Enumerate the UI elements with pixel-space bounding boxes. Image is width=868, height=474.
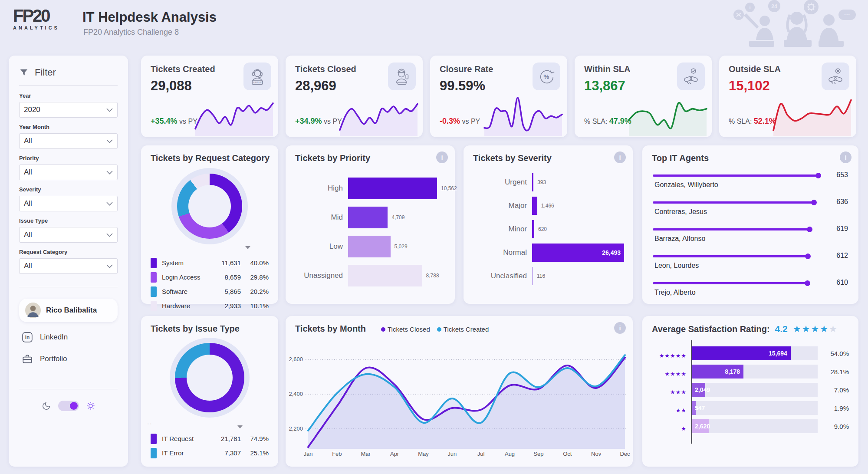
kpi-title: Tickets Created: [151, 64, 215, 74]
linkedin-icon: in: [22, 332, 33, 343]
bar-value: 393: [533, 179, 546, 185]
agent-row[interactable]: 612Leon, Lourdes: [653, 251, 848, 278]
panel-issue-type: Tickets by Issue Type ·· IT Request21,78…: [141, 316, 278, 467]
filter-label: Request Category: [19, 249, 118, 255]
tickets-by-month-chart[interactable]: 2,6002,4002,200JanFebMarAprMayJunJulAugS…: [286, 316, 633, 467]
drill-down-icon[interactable]: [245, 246, 250, 249]
info-icon[interactable]: i: [840, 151, 852, 163]
rating-bar-row[interactable]: 2,6209.0%: [692, 419, 849, 433]
legend-value: 8,659: [209, 273, 241, 281]
panel-title: Top IT Agents: [652, 153, 709, 163]
svg-text:%: %: [544, 73, 549, 80]
bar[interactable]: [348, 178, 437, 199]
request-category-donut[interactable]: [171, 168, 248, 244]
bar[interactable]: [348, 265, 422, 286]
author-profile[interactable]: Rico Balibalita: [19, 299, 118, 322]
drill-down-icon[interactable]: [237, 425, 243, 428]
agent-bar: [653, 174, 819, 177]
legend-row[interactable]: IT Error7,30725.1%: [151, 446, 269, 460]
star-row-label: ★★★★: [652, 365, 691, 383]
legend-swatch: [151, 272, 157, 283]
delta-value: -0.3%: [440, 117, 460, 125]
bar[interactable]: 26,493: [532, 244, 624, 262]
rating-bar-row[interactable]: 2,0497.0%: [692, 383, 849, 397]
delta-value: +34.9%: [295, 117, 322, 125]
filter-dropdown-request-category[interactable]: All: [19, 258, 118, 274]
rating-bar-row[interactable]: 5471.9%: [692, 401, 849, 415]
bar-value: 26,493: [602, 249, 624, 256]
kpi-within-sla: Within SLA 13,867 % SLA: 47.9%: [575, 56, 712, 137]
info-icon[interactable]: i: [614, 151, 626, 163]
kpi-closure-rate: Closure Rate 99.59% % -0.3% vs PY: [430, 56, 567, 137]
filter-group-request-category: Request CategoryAll: [19, 249, 118, 274]
info-icon[interactable]: i: [436, 151, 448, 163]
bar-row: High10,562: [294, 178, 446, 199]
kpi-title: Tickets Closed: [295, 64, 356, 74]
rating-pct: 9.0%: [823, 423, 849, 430]
bar[interactable]: [348, 236, 391, 257]
kpi-icon-box: [388, 63, 416, 90]
svg-text:Jan: Jan: [304, 451, 313, 457]
kpi-value: 15,102: [729, 78, 770, 94]
legend-row[interactable]: Software5,86520.2%: [151, 284, 269, 299]
delta-note: % SLA:: [584, 118, 607, 125]
svg-text:Jul: Jul: [477, 451, 485, 457]
kpi-value: 13,867: [584, 78, 625, 94]
filter-dropdown-severity[interactable]: All: [19, 196, 118, 211]
svg-text:Sep: Sep: [533, 451, 543, 457]
bar-row: Low5,029: [294, 236, 446, 257]
legend-pct: 25.1%: [241, 449, 269, 457]
agent-lollipops: 653Gonzales, Willyberto636Contreras, Jes…: [653, 171, 848, 305]
agent-bar: [653, 201, 814, 204]
legend-label: Login Access: [162, 273, 209, 281]
rating-bar-value: 2,620: [695, 419, 713, 433]
agent-row[interactable]: 653Gonzales, Willyberto: [653, 171, 848, 198]
theme-toggle[interactable]: [58, 401, 79, 411]
svg-text:2,600: 2,600: [289, 356, 303, 362]
filter-dropdown-issue-type[interactable]: All: [19, 227, 118, 243]
briefcase-icon: [22, 353, 33, 365]
kpi-value: 28,969: [295, 78, 336, 94]
linkedin-link[interactable]: in LinkedIn: [19, 326, 118, 348]
bar[interactable]: [532, 197, 537, 215]
legend-label: System: [162, 259, 209, 267]
divider: [19, 85, 118, 86]
legend-row[interactable]: IT Request21,78174.9%: [151, 431, 269, 446]
filter-dropdown-priority[interactable]: All: [19, 165, 118, 180]
star-labels: ★★★★★★★★★★★★★★★: [652, 346, 691, 444]
panel-request-category: Tickets by Request Category System11,631…: [141, 145, 278, 304]
svg-text:in: in: [25, 334, 30, 340]
funnel-icon: [19, 68, 29, 77]
logo-subtext: ANALYTICS: [13, 25, 59, 30]
bar[interactable]: [348, 207, 388, 228]
kpi-value: 29,088: [151, 78, 192, 94]
page-title: IT Helpdesk Analysis: [82, 10, 217, 25]
avatar: [25, 303, 41, 318]
kpi-outside-sla: Outside SLA 15,102 % SLA: 52.1%: [719, 56, 856, 137]
rating-bar-row[interactable]: 15,69454.0%: [692, 346, 849, 360]
filter-dropdown-year[interactable]: 2020: [19, 102, 118, 118]
filter-label: Severity: [19, 186, 118, 193]
filter-dropdown-year-month[interactable]: All: [19, 133, 118, 149]
portfolio-link[interactable]: Portfolio: [19, 348, 118, 370]
bar-row: Minor620: [472, 220, 624, 238]
agent-row[interactable]: 610Trejo, Alberto: [653, 278, 848, 305]
panel-satisfaction: Average Satisfaction Rating: 4.2 ★★★★★ ★…: [642, 316, 858, 467]
trend-sparkline: [192, 90, 276, 136]
rating-pct: 54.0%: [823, 350, 849, 357]
rating-bar-row[interactable]: 8,17828.1%: [692, 365, 849, 379]
issue-type-donut[interactable]: [170, 338, 250, 418]
agent-row[interactable]: 636Contreras, Jesus: [653, 198, 848, 224]
satisfaction-header: Average Satisfaction Rating: 4.2 ★★★★★: [652, 324, 838, 334]
legend-swatch: [151, 301, 157, 311]
legend-row[interactable]: System11,63140.0%: [151, 256, 269, 270]
legend-pct: 10.1%: [241, 302, 269, 309]
svg-text:2,200: 2,200: [289, 425, 303, 432]
agent-row[interactable]: 619Barraza, Alfonso: [653, 224, 848, 251]
legend-row[interactable]: Hardware2,93310.1%: [151, 299, 269, 313]
legend-value: 5,865: [209, 288, 241, 295]
filter-title: Filter: [35, 67, 56, 78]
agent-value: 653: [836, 171, 848, 179]
legend-row[interactable]: Login Access8,65929.8%: [151, 270, 269, 284]
rating-bar: 15,694: [692, 346, 791, 360]
